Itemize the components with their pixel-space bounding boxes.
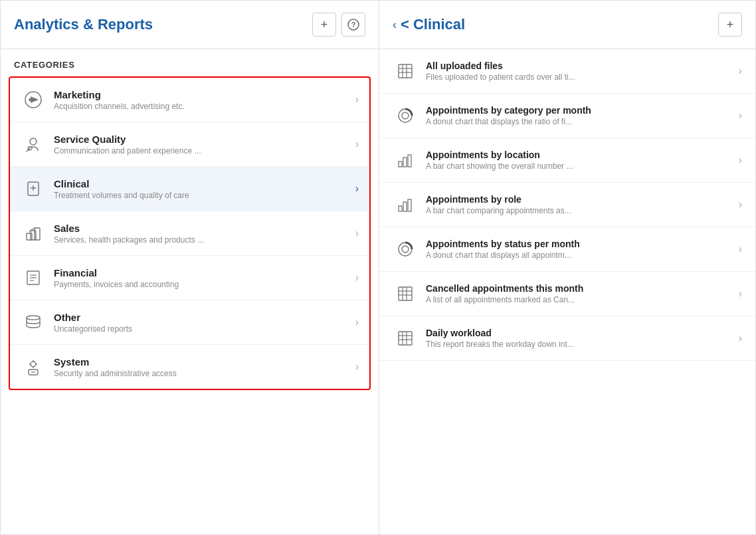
report-arrow-4: › <box>739 199 742 211</box>
report-desc-appointments-by-role: A bar chart comparing appointments as... <box>426 206 733 215</box>
category-item-service-quality[interactable]: Service Quality Communication and patien… <box>10 122 369 167</box>
report-name-appointments-by-location: Appointments by location <box>426 150 733 160</box>
report-text-daily-workload: Daily workload This report breaks the wo… <box>426 328 733 349</box>
svg-rect-32 <box>399 161 402 167</box>
other-name: Other <box>54 312 350 323</box>
clinical-text: Clinical Treatment volumes and quality o… <box>54 178 350 200</box>
category-item-other[interactable]: Other Uncategorised reports › <box>10 300 369 345</box>
other-icon <box>21 310 46 335</box>
donut-icon-2 <box>393 237 418 262</box>
svg-point-4 <box>29 98 31 101</box>
table-icon-3 <box>393 326 418 351</box>
report-text-all-uploaded-files: All uploaded files Files uploaded to pat… <box>426 60 733 82</box>
svg-point-17 <box>27 316 40 320</box>
financial-arrow: › <box>355 272 359 284</box>
report-text-appointments-by-status: Appointments by status per month A donut… <box>426 239 733 260</box>
report-name-appointments-by-role: Appointments by role <box>426 194 733 205</box>
report-desc-appointments-by-status: A donut chart that displays all appointm… <box>426 251 733 260</box>
svg-point-31 <box>402 112 409 119</box>
report-desc-daily-workload: This report breaks the workday down int.… <box>426 340 733 349</box>
right-header: ‹ < Clinical + <box>379 1 755 49</box>
table-icon-2 <box>393 281 418 306</box>
report-desc-cancelled-appointments: A list of all appointments marked as Can… <box>426 295 733 304</box>
svg-point-5 <box>30 138 37 145</box>
clinical-arrow: › <box>355 183 359 195</box>
svg-rect-37 <box>408 199 411 211</box>
report-item-appointments-by-status[interactable]: Appointments by status per month A donut… <box>379 227 755 272</box>
report-arrow-1: › <box>739 65 742 77</box>
report-name-cancelled-appointments: Cancelled appointments this month <box>426 283 733 294</box>
bar-chart-icon-2 <box>393 192 418 217</box>
sales-desc: Services, health packages and products .… <box>54 235 350 245</box>
other-text: Other Uncategorised reports <box>54 312 350 334</box>
report-arrow-6: › <box>739 288 742 300</box>
sales-name: Sales <box>54 223 350 234</box>
system-text: System Security and administrative acces… <box>54 356 350 378</box>
category-item-sales[interactable]: Sales Services, health packages and prod… <box>10 211 369 256</box>
report-text-appointments-by-location: Appointments by location A bar chart sho… <box>426 150 733 171</box>
service-quality-icon <box>21 132 46 157</box>
table-icon-1 <box>393 58 418 84</box>
add-report-button[interactable]: + <box>312 13 336 37</box>
report-item-daily-workload[interactable]: Daily workload This report breaks the wo… <box>379 316 755 361</box>
svg-rect-25 <box>399 64 412 78</box>
report-item-appointments-by-location[interactable]: Appointments by location A bar chart sho… <box>379 138 755 183</box>
category-item-financial[interactable]: Financial Payments, invoices and account… <box>10 256 369 300</box>
back-chevron-icon: ‹ <box>393 18 397 32</box>
category-item-marketing[interactable]: Marketing Acquisition channels, advertis… <box>10 78 369 122</box>
other-arrow: › <box>355 316 359 328</box>
donut-icon-1 <box>393 103 418 128</box>
marketing-arrow: › <box>355 94 359 106</box>
categories-heading: CATEGORIES <box>1 49 379 76</box>
right-panel-title: < Clinical <box>401 16 713 33</box>
svg-rect-33 <box>403 158 407 167</box>
category-item-clinical[interactable]: Clinical Treatment volumes and quality o… <box>10 167 369 211</box>
service-quality-arrow: › <box>355 138 359 150</box>
bar-chart-icon-1 <box>393 148 418 173</box>
svg-rect-11 <box>31 231 36 240</box>
svg-rect-34 <box>408 155 411 167</box>
report-item-cancelled-appointments[interactable]: Cancelled appointments this month A list… <box>379 272 755 316</box>
service-quality-desc: Communication and patient experience ... <box>54 146 350 156</box>
svg-rect-36 <box>403 202 407 211</box>
report-item-appointments-by-role[interactable]: Appointments by role A bar chart compari… <box>379 183 755 227</box>
report-arrow-2: › <box>739 110 742 122</box>
report-text-appointments-by-category: Appointments by category per month A don… <box>426 105 733 126</box>
clinical-desc: Treatment volumes and quality of care <box>54 191 350 200</box>
svg-rect-35 <box>399 206 402 211</box>
marketing-text: Marketing Acquisition channels, advertis… <box>54 89 350 111</box>
system-arrow: › <box>355 361 359 373</box>
svg-text:?: ? <box>351 21 356 29</box>
marketing-name: Marketing <box>54 89 350 100</box>
system-icon <box>21 354 46 379</box>
report-arrow-3: › <box>739 154 742 166</box>
report-arrow-5: › <box>739 243 742 255</box>
sales-text: Sales Services, health packages and prod… <box>54 223 350 245</box>
clinical-icon <box>21 176 46 201</box>
system-desc: Security and administrative access <box>54 369 350 378</box>
svg-point-18 <box>31 362 36 367</box>
sales-arrow: › <box>355 227 359 239</box>
report-name-appointments-by-status: Appointments by status per month <box>426 239 733 249</box>
financial-desc: Payments, invoices and accounting <box>54 280 350 289</box>
financial-text: Financial Payments, invoices and account… <box>54 267 350 289</box>
system-name: System <box>54 356 350 368</box>
help-button[interactable]: ? <box>341 13 365 37</box>
other-desc: Uncategorised reports <box>54 324 350 334</box>
service-quality-name: Service Quality <box>54 134 350 145</box>
svg-point-39 <box>402 246 409 253</box>
report-arrow-7: › <box>739 332 742 344</box>
financial-icon <box>21 265 46 290</box>
report-item-appointments-by-category[interactable]: Appointments by category per month A don… <box>379 94 755 138</box>
svg-rect-12 <box>35 228 40 240</box>
left-panel: Analytics & Reports + ? CATEGORIES <box>1 1 379 534</box>
report-item-all-uploaded-files[interactable]: All uploaded files Files uploaded to pat… <box>379 49 755 94</box>
categories-box: Marketing Acquisition channels, advertis… <box>9 76 371 390</box>
svg-rect-45 <box>399 332 412 345</box>
report-name-all-uploaded-files: All uploaded files <box>426 60 733 71</box>
sales-icon <box>21 221 46 246</box>
report-desc-appointments-by-location: A bar chart showing the overall number .… <box>426 161 733 171</box>
add-clinical-report-button[interactable]: + <box>718 13 742 37</box>
report-desc-appointments-by-category: A donut chart that displays the ratio of… <box>426 117 733 126</box>
category-item-system[interactable]: System Security and administrative acces… <box>10 345 369 389</box>
